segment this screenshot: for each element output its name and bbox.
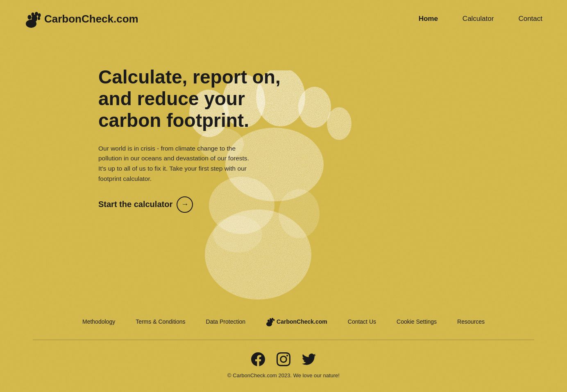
footer-cookie-settings[interactable]: Cookie Settings (397, 318, 437, 325)
svg-point-6 (38, 17, 40, 20)
svg-point-10 (298, 87, 331, 128)
logo-footprint-icon (25, 8, 42, 29)
logo[interactable]: CarbonCheck.com (25, 8, 138, 29)
footer-terms[interactable]: Terms & Conditions (136, 318, 185, 325)
twitter-icon[interactable] (302, 352, 316, 366)
cta-label: Start the calculator (98, 200, 172, 209)
svg-point-2 (28, 15, 32, 20)
copyright-text: © CarbonCheck.com 2023. We love our natu… (33, 372, 534, 387)
footer-logo-icon (266, 316, 275, 327)
svg-point-11 (327, 107, 352, 140)
footer-resources[interactable]: Resources (457, 318, 485, 325)
footer-logo[interactable]: CarbonCheck.com (266, 316, 327, 327)
nav-home[interactable]: Home (419, 15, 438, 23)
svg-point-22 (272, 318, 273, 320)
nav-contact[interactable]: Contact (518, 15, 542, 23)
nav-calculator[interactable]: Calculator (463, 15, 494, 23)
footer-divider (33, 340, 534, 340)
footer-links: Methodology Terms & Conditions Data Prot… (33, 308, 534, 336)
arrow-icon: → (177, 196, 193, 213)
start-calculator-button[interactable]: Start the calculator → (98, 196, 193, 213)
hero-headline: Calculate, report on, and reduce your ca… (98, 66, 303, 131)
header: CarbonCheck.com Home Calculator Contact (0, 0, 567, 38)
logo-text: CarbonCheck.com (44, 13, 138, 25)
hero-section: Calculate, report on, and reduce your ca… (0, 38, 567, 291)
footer-contact-us[interactable]: Contact Us (348, 318, 376, 325)
facebook-icon[interactable] (251, 352, 265, 366)
footer-methodology[interactable]: Methodology (82, 318, 115, 325)
main-nav: Home Calculator Contact (419, 15, 542, 23)
svg-point-3 (32, 13, 34, 16)
footer: Methodology Terms & Conditions Data Prot… (0, 308, 567, 387)
instagram-icon[interactable] (277, 352, 290, 366)
hero-text-block: Calculate, report on, and reduce your ca… (98, 54, 303, 213)
svg-point-5 (38, 14, 41, 17)
svg-point-21 (270, 318, 271, 320)
footer-logo-text: CarbonCheck.com (277, 318, 327, 325)
svg-point-23 (273, 319, 275, 321)
footer-data-protection[interactable]: Data Protection (206, 318, 246, 325)
hero-description: Our world is in crisis - from climate ch… (98, 144, 258, 184)
svg-point-4 (35, 12, 38, 16)
svg-point-17 (213, 216, 262, 252)
social-icons (33, 344, 534, 372)
svg-point-20 (268, 320, 270, 322)
